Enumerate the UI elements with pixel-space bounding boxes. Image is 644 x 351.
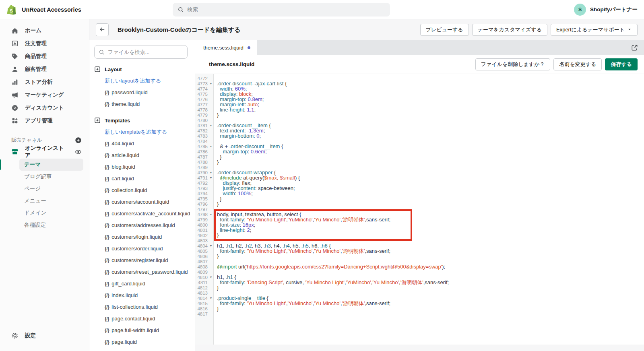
fold-arrow[interactable]: ▾ xyxy=(208,171,213,174)
file-item[interactable]: {/}cart.liquid xyxy=(105,173,195,184)
code-line[interactable]: font-family: 'Yu Mincho Light','YuMincho… xyxy=(217,301,644,306)
fold-arrow[interactable]: ▾ xyxy=(208,296,213,300)
online-store-subitem-1[interactable]: ブログ記事 xyxy=(19,171,83,183)
code-line[interactable]: .order-discount__item { xyxy=(217,123,644,128)
expand-icon[interactable] xyxy=(631,44,638,52)
file-item[interactable]: {/}customers/register.liquid xyxy=(105,254,195,266)
fold-arrow[interactable]: ▾ xyxy=(208,244,213,248)
file-item[interactable]: {/}index.liquid xyxy=(105,289,195,301)
add-templates-link[interactable]: 新しいtemplateを追加する xyxy=(105,126,195,138)
fold-arrow[interactable]: ▾ xyxy=(208,176,213,180)
code-line[interactable]: text-indent: -1.3em; xyxy=(217,128,644,133)
code-content[interactable]: .order-discount--ajax-cart-list { width:… xyxy=(214,74,644,345)
code-line[interactable] xyxy=(217,290,644,295)
sidebar-item-products[interactable]: 商品管理 xyxy=(0,50,89,63)
global-search-input[interactable] xyxy=(187,6,385,12)
file-item[interactable]: {/}404.liquid xyxy=(105,138,195,149)
code-line[interactable] xyxy=(217,118,644,123)
sidebar-item-analytics[interactable]: ストア分析 xyxy=(0,76,89,89)
code-line[interactable]: font-size: 16px; xyxy=(217,222,644,227)
code-line[interactable]: font-family: 'Dancing Script', cursive, … xyxy=(217,280,644,285)
file-item[interactable]: {/}gift_card.liquid xyxy=(105,278,195,289)
fold-arrow[interactable]: ▾ xyxy=(208,145,213,148)
file-item[interactable]: {/}collection.liquid xyxy=(105,184,195,196)
code-line[interactable]: } xyxy=(217,306,644,311)
code-line[interactable] xyxy=(217,311,644,316)
code-line[interactable] xyxy=(217,269,644,275)
sidebar-item-discounts[interactable]: ディスカウント xyxy=(0,101,89,114)
customize-theme-button[interactable]: テーマをカスタマイズする xyxy=(472,24,547,36)
code-line[interactable]: } xyxy=(217,196,644,201)
preview-button[interactable]: プレビューする xyxy=(420,24,469,36)
file-item[interactable]: {/}blog.liquid xyxy=(105,161,195,173)
file-item[interactable]: {/}page.full-width.liquid xyxy=(105,324,195,336)
code-line[interactable]: width: 100%; xyxy=(217,191,644,196)
eye-icon[interactable] xyxy=(75,149,82,155)
code-line[interactable]: margin-top: 0.8em; xyxy=(217,97,644,102)
file-item[interactable]: {/}theme.liquid xyxy=(105,98,195,110)
sidebar-item-marketing[interactable]: マーケティング xyxy=(0,89,89,101)
code-line[interactable]: justify-content: space-between; xyxy=(217,186,644,191)
fold-arrow[interactable]: ▾ xyxy=(208,213,213,216)
file-search[interactable] xyxy=(94,45,188,59)
code-line[interactable]: margin-bottom: 0; xyxy=(217,133,644,138)
store-brand[interactable]: S UnReact Accessories xyxy=(6,4,173,15)
code-line[interactable]: margin-top: 0.6em; xyxy=(217,149,644,154)
tree-section-templates[interactable]: Templates xyxy=(94,115,195,126)
code-line[interactable]: } xyxy=(217,154,644,159)
file-item[interactable]: {/}password.liquid xyxy=(105,87,195,98)
sidebar-item-settings[interactable]: 設定 xyxy=(0,329,89,342)
code-line[interactable]: } xyxy=(217,233,644,238)
code-line[interactable]: } xyxy=(217,159,644,165)
tree-section-layout[interactable]: Layout xyxy=(94,64,195,75)
sidebar-item-orders[interactable]: 注文管理 xyxy=(0,37,89,50)
file-item[interactable]: {/}page.liquid xyxy=(105,336,195,348)
code-line[interactable]: .order-discount--ajax-cart-list { xyxy=(217,81,644,86)
file-item[interactable]: {/}customers/addresses.liquid xyxy=(105,219,195,231)
fold-arrow[interactable]: ▾ xyxy=(208,124,213,127)
file-item[interactable]: {/}customers/login.liquid xyxy=(105,231,195,243)
online-store-subitem-0[interactable]: テーマ xyxy=(19,159,83,171)
user-menu[interactable]: S Shopifyパートナー xyxy=(574,4,638,16)
online-store-subitem-2[interactable]: ページ xyxy=(19,183,83,195)
code-line[interactable]: @include at-query($max, $small) { xyxy=(217,175,644,180)
global-search[interactable] xyxy=(173,3,390,17)
file-item[interactable]: {/}customers/activate_account.liquid xyxy=(105,208,195,219)
fold-arrow[interactable]: ▾ xyxy=(208,82,213,85)
online-store-subitem-3[interactable]: メニュー xyxy=(19,195,83,207)
sidebar-item-customers[interactable]: 顧客管理 xyxy=(0,63,89,76)
file-item[interactable]: {/}article.liquid xyxy=(105,149,195,161)
code-line[interactable]: line-height: 2; xyxy=(217,227,644,233)
add-layout-link[interactable]: 新しいlayoutを追加する xyxy=(105,75,195,87)
back-button[interactable] xyxy=(96,23,109,36)
tab-theme-scss-liquid[interactable]: theme.scss.liquid xyxy=(195,40,257,55)
file-item[interactable]: {/}list-collections.liquid xyxy=(105,301,195,313)
file-search-input[interactable] xyxy=(108,49,183,55)
code-line[interactable]: } xyxy=(217,285,644,290)
code-line[interactable]: font-family: 'Yu Mincho Light','YuMincho… xyxy=(217,217,644,222)
rename-file-button[interactable]: 名前を変更する xyxy=(553,58,602,70)
file-item[interactable]: {/}customers/order.liquid xyxy=(105,243,195,254)
online-store-subitem-4[interactable]: ドメイン xyxy=(19,207,83,219)
file-item[interactable]: {/}page.contact.liquid xyxy=(105,313,195,324)
fold-arrow[interactable]: ▾ xyxy=(208,275,213,279)
code-line[interactable]: font-family: 'Yu Mincho Light','YuMincho… xyxy=(217,248,644,254)
sidebar-item-home[interactable]: ホーム xyxy=(0,24,89,37)
code-line[interactable]: width: 60%; xyxy=(217,86,644,91)
expert-support-button[interactable]: Expertによるテーマサポート xyxy=(551,24,638,36)
code-line[interactable]: } xyxy=(217,254,644,259)
code-line[interactable] xyxy=(217,165,644,170)
online-store-subitem-5[interactable]: 各種設定 xyxy=(19,219,83,231)
file-item[interactable]: {/}customers/account.liquid xyxy=(105,196,195,208)
code-line[interactable]: } xyxy=(217,112,644,118)
code-line[interactable]: line-height: 1.1; xyxy=(217,107,644,112)
save-button[interactable]: 保存する xyxy=(605,58,638,70)
file-item[interactable]: {/}product.liquid xyxy=(105,348,195,351)
add-channel-icon[interactable] xyxy=(75,137,82,144)
sidebar-item-online-store[interactable]: オンラインストア xyxy=(0,145,89,159)
sidebar-item-apps[interactable]: アプリ管理 xyxy=(0,114,89,127)
code-line[interactable]: @import url('https://fonts.googleapis.co… xyxy=(217,264,644,269)
code-line[interactable]: margin-left: auto; xyxy=(217,102,644,107)
code-line[interactable]: display: block; xyxy=(217,91,644,97)
code-line[interactable]: } xyxy=(217,201,644,206)
